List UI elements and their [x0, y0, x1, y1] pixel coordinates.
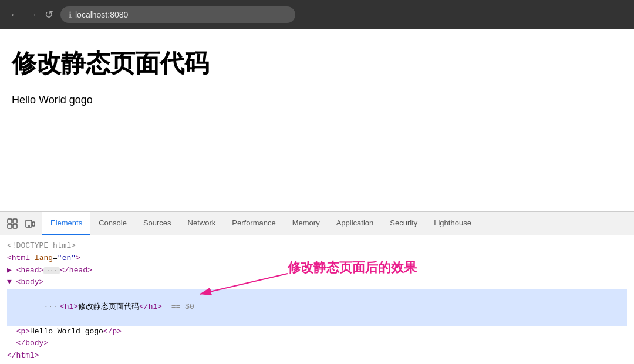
- page-content: 修改静态页面代码 Hello World gogo: [0, 29, 634, 211]
- devtools-code-panel: <!DOCTYPE html> <html lang="en"> ▶ <head…: [0, 235, 634, 364]
- svg-rect-0: [8, 219, 12, 223]
- devtools-panel: Elements Console Sources Network Perform…: [0, 211, 634, 364]
- svg-rect-2: [8, 224, 12, 228]
- tab-performance[interactable]: Performance: [224, 212, 284, 235]
- code-line-h1[interactable]: ···<h1>修改静态页面代码</h1> == $0: [7, 289, 627, 325]
- page-body-text: Hello World gogo: [12, 94, 622, 106]
- devtools-code-wrapper: <!DOCTYPE html> <html lang="en"> ▶ <head…: [0, 235, 634, 364]
- code-line-doctype: <!DOCTYPE html>: [7, 240, 627, 252]
- tab-sources[interactable]: Sources: [135, 212, 180, 235]
- svg-rect-3: [13, 224, 17, 228]
- code-line-body-open: ▼ <body>: [7, 277, 627, 289]
- tab-elements[interactable]: Elements: [42, 212, 90, 235]
- page-title: 修改静态页面代码: [12, 47, 622, 80]
- code-line-head: ▶ <head>···</head>: [7, 265, 627, 277]
- code-line-html-close: </html>: [7, 350, 627, 362]
- inspect-element-button[interactable]: [5, 216, 20, 231]
- device-toolbar-button[interactable]: [22, 216, 38, 231]
- code-line-p: <p>Hello World gogo</p>: [7, 326, 627, 338]
- tab-console[interactable]: Console: [90, 212, 135, 235]
- devtools-toolbar: Elements Console Sources Network Perform…: [0, 212, 634, 235]
- devtools-tabs: Elements Console Sources Network Perform…: [42, 212, 480, 235]
- tab-network[interactable]: Network: [180, 212, 224, 235]
- url-text: localhost:8080: [75, 10, 128, 19]
- tab-application[interactable]: Application: [328, 212, 382, 235]
- code-line-body-close: </body>: [7, 338, 627, 350]
- tab-memory[interactable]: Memory: [284, 212, 328, 235]
- browser-toolbar: ← → ↺ ℹ localhost:8080: [0, 0, 634, 29]
- svg-rect-1: [13, 219, 17, 223]
- code-line-html: <html lang="en">: [7, 252, 627, 265]
- info-icon: ℹ: [69, 10, 72, 19]
- forward-button[interactable]: →: [27, 9, 38, 20]
- reload-button[interactable]: ↺: [45, 9, 53, 20]
- address-bar[interactable]: ℹ localhost:8080: [60, 6, 295, 23]
- tab-lighthouse[interactable]: Lighthouse: [426, 212, 480, 235]
- svg-rect-5: [32, 222, 35, 226]
- back-button[interactable]: ←: [9, 9, 20, 20]
- tab-security[interactable]: Security: [382, 212, 426, 235]
